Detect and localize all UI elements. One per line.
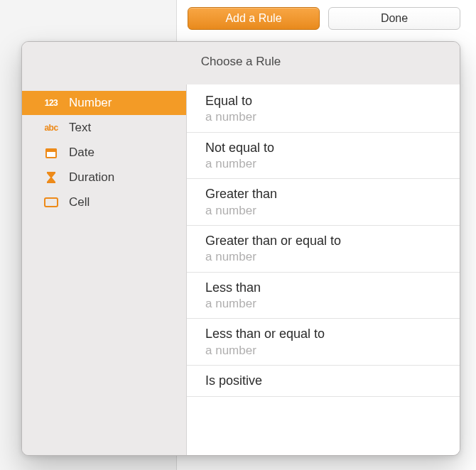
top-button-row: Add a Rule Done <box>188 7 460 30</box>
category-label: Cell <box>69 195 90 209</box>
popover-body: 123 Number abc Text Date Duration <box>22 84 460 455</box>
category-number[interactable]: 123 Number <box>22 91 186 115</box>
popover-title: Choose a Rule <box>22 42 460 84</box>
svg-rect-3 <box>45 198 58 207</box>
category-label: Number <box>69 96 112 110</box>
choose-rule-popover: Choose a Rule 123 Number abc Text Date <box>21 41 460 456</box>
rule-subtitle: a number <box>205 109 441 124</box>
rule-less-than-or-equal[interactable]: Less than or equal to a number <box>187 319 460 366</box>
category-label: Duration <box>69 170 114 185</box>
category-label: Date <box>69 146 94 160</box>
rule-title: Greater than <box>205 186 441 202</box>
category-sidebar: 123 Number abc Text Date Duration <box>22 84 187 455</box>
category-cell[interactable]: Cell <box>28 190 180 214</box>
category-text[interactable]: abc Text <box>28 116 180 140</box>
category-date[interactable]: Date <box>28 141 180 165</box>
add-rule-button[interactable]: Add a Rule <box>188 7 320 30</box>
category-label: Text <box>69 121 91 135</box>
rule-title: Equal to <box>205 93 441 109</box>
rule-title: Not equal to <box>205 140 441 156</box>
svg-rect-2 <box>47 152 55 157</box>
rule-greater-than-or-equal[interactable]: Greater than or equal to a number <box>187 226 460 273</box>
rule-subtitle: a number <box>205 156 441 171</box>
rule-is-positive[interactable]: Is positive <box>187 366 460 397</box>
number-icon: 123 <box>43 96 59 110</box>
rule-title: Greater than or equal to <box>205 233 441 249</box>
calendar-icon <box>43 146 59 160</box>
hourglass-icon <box>43 170 59 185</box>
rule-greater-than[interactable]: Greater than a number <box>187 179 460 226</box>
rule-title: Is positive <box>205 373 441 389</box>
rule-list: Equal to a number Not equal to a number … <box>187 84 460 455</box>
rule-title: Less than <box>205 280 441 296</box>
rule-subtitle: a number <box>205 343 441 358</box>
rule-subtitle: a number <box>205 249 441 264</box>
rule-subtitle: a number <box>205 296 441 311</box>
rule-less-than[interactable]: Less than a number <box>187 273 460 319</box>
rule-title: Less than or equal to <box>205 326 441 342</box>
cell-icon <box>43 195 59 209</box>
category-duration[interactable]: Duration <box>28 165 180 190</box>
rule-not-equal-to[interactable]: Not equal to a number <box>187 133 460 180</box>
svg-rect-1 <box>45 148 57 151</box>
text-icon: abc <box>43 121 59 135</box>
rule-subtitle: a number <box>205 203 441 218</box>
rule-equal-to[interactable]: Equal to a number <box>187 86 460 133</box>
done-button[interactable]: Done <box>328 7 460 30</box>
